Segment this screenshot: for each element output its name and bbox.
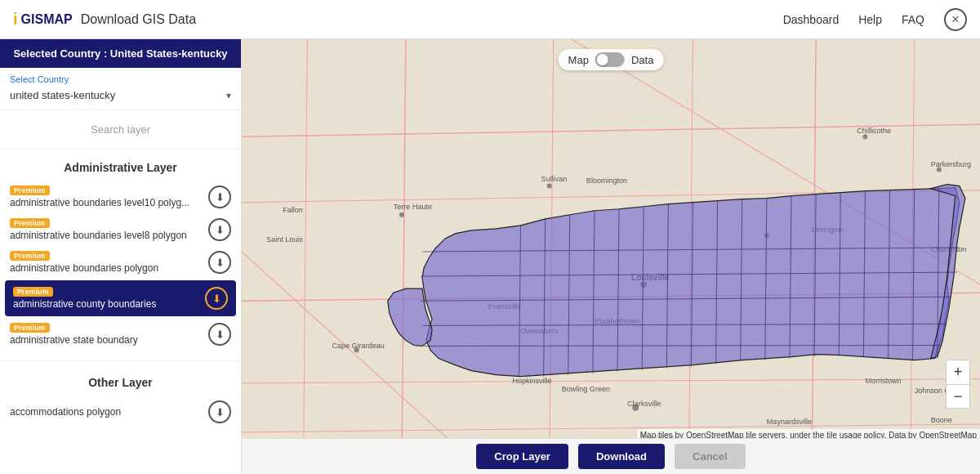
header-nav: Dashboard Help FAQ × — [783, 8, 967, 31]
layer-item[interactable]: accommodations polygon ⬇ — [0, 396, 241, 428]
administrative-layer-group: Administrative Layer Premium administrat… — [0, 150, 241, 357]
main-content: Selected Country : United States-kentuck… — [0, 39, 980, 474]
svg-text:Saint Louis: Saint Louis — [266, 235, 303, 244]
select-country-section: Select Country united states-kentucky ▾ — [0, 68, 241, 110]
svg-text:Elizabethtown: Elizabethtown — [595, 317, 640, 325]
svg-text:Terre Haute: Terre Haute — [394, 203, 432, 211]
svg-text:Charleston: Charleston — [931, 245, 967, 253]
logo-icon: i — [13, 10, 18, 29]
svg-text:Clarksville: Clarksville — [627, 400, 661, 408]
layer-item[interactable]: Premium administrative state boundary ⬇ — [0, 318, 241, 351]
layer-item-active[interactable]: Premium administrative county boundaries… — [5, 280, 236, 316]
layer-item-info: Premium administrative boundaries level8… — [10, 218, 208, 241]
zoom-in-button[interactable]: + — [946, 360, 970, 384]
svg-point-16 — [640, 281, 647, 288]
layer-name: administrative boundaries polygon — [10, 262, 208, 274]
layer-name: administrative county boundaries — [13, 298, 205, 310]
sidebar: Selected Country : United States-kentuck… — [0, 39, 242, 474]
map-background: Terre Haute Sullivan Bloomington Louisvi… — [242, 39, 980, 474]
layer-name: administrative boundaries level8 polygon — [10, 230, 208, 241]
download-icon[interactable]: ⬇ — [208, 251, 231, 274]
selected-country-banner: Selected Country : United States-kentuck… — [0, 39, 241, 68]
administrative-layer-title: Administrative Layer — [0, 156, 241, 181]
dashboard-link[interactable]: Dashboard — [783, 13, 840, 26]
layer-item[interactable]: Premium administrative boundaries level1… — [0, 181, 241, 213]
close-button[interactable]: × — [944, 8, 967, 31]
svg-text:Lexington: Lexington — [812, 226, 844, 234]
download-icon[interactable]: ⬇ — [208, 186, 231, 208]
chevron-down-icon: ▾ — [226, 90, 231, 101]
svg-text:Sullivan: Sullivan — [541, 175, 568, 183]
help-link[interactable]: Help — [858, 13, 882, 26]
layer-item-info: Premium administrative boundaries level1… — [10, 186, 208, 208]
premium-badge: Premium — [13, 287, 53, 297]
app-header: i GISMAP Download GIS Data Dashboard Hel… — [0, 0, 980, 39]
premium-badge: Premium — [10, 251, 50, 261]
svg-text:Parkersburg: Parkersburg — [931, 160, 971, 168]
svg-text:Cape Girardeau: Cape Girardeau — [332, 342, 384, 350]
svg-text:Morristown: Morristown — [865, 377, 901, 385]
svg-text:Maynardsville: Maynardsville — [767, 418, 812, 426]
svg-text:Chillicothe: Chillicothe — [857, 127, 891, 135]
svg-text:Louisville: Louisville — [631, 273, 670, 282]
download-icon[interactable]: ⬇ — [208, 323, 231, 346]
map-toggle-data-label: Data — [631, 54, 653, 66]
other-layer-group: Other Layer accommodations polygon ⬇ — [0, 364, 241, 435]
map-data-toggle[interactable]: Map Data — [559, 49, 664, 70]
premium-badge: Premium — [10, 323, 50, 333]
svg-rect-0 — [242, 39, 980, 474]
svg-text:Bowling Green: Bowling Green — [562, 385, 610, 393]
crop-layer-button[interactable]: Crop Layer — [476, 444, 568, 469]
country-value: united states-kentucky — [10, 89, 115, 101]
svg-point-14 — [399, 212, 404, 217]
layer-item-info: Premium administrative boundaries polygo… — [10, 251, 208, 274]
zoom-out-button[interactable]: − — [946, 384, 970, 409]
premium-badge: Premium — [10, 218, 50, 228]
svg-point-15 — [547, 184, 552, 189]
download-icon[interactable]: ⬇ — [205, 287, 228, 310]
svg-point-17 — [764, 233, 769, 238]
layer-item[interactable]: Premium administrative boundaries level8… — [0, 213, 241, 246]
download-button[interactable]: Download — [578, 444, 665, 469]
layer-item[interactable]: Premium administrative boundaries polygo… — [0, 246, 241, 279]
select-country-label: Select Country — [10, 74, 231, 84]
other-layer-title: Other Layer — [0, 371, 241, 396]
logo: i GISMAP — [13, 10, 73, 29]
layer-item-info: Premium administrative state boundary — [10, 323, 208, 346]
map-container[interactable]: Terre Haute Sullivan Bloomington Louisvi… — [242, 39, 980, 474]
svg-text:Fallon: Fallon — [283, 206, 303, 214]
svg-text:Boone: Boone — [931, 416, 952, 424]
svg-text:Hopkinsville: Hopkinsville — [512, 377, 551, 385]
country-dropdown[interactable]: united states-kentucky ▾ — [10, 87, 231, 103]
layer-name: administrative state boundary — [10, 334, 208, 346]
layer-name: accommodations polygon — [10, 406, 208, 418]
zoom-controls: + − — [946, 360, 970, 409]
header-left: i GISMAP Download GIS Data — [13, 10, 196, 29]
map-toggle-map-label: Map — [568, 54, 589, 66]
search-layer-label: Search layer — [10, 123, 231, 136]
layer-item-info: Premium administrative county boundaries — [13, 287, 205, 310]
download-icon[interactable]: ⬇ — [208, 218, 231, 241]
cancel-button: Cancel — [675, 444, 746, 469]
search-layer-section: Search layer — [0, 110, 241, 150]
svg-text:Evansville: Evansville — [488, 302, 521, 311]
bottom-action-bar: Crop Layer Download Cancel — [242, 438, 980, 474]
faq-link[interactable]: FAQ — [902, 13, 924, 26]
svg-text:Owensboro: Owensboro — [521, 327, 559, 335]
layer-name: administrative boundaries level10 polyg.… — [10, 197, 208, 208]
svg-text:Bloomington: Bloomington — [586, 177, 627, 185]
divider — [0, 360, 241, 361]
toggle-knob — [597, 54, 608, 65]
premium-badge: Premium — [10, 186, 50, 195]
logo-text: GISMAP — [21, 12, 73, 27]
download-icon[interactable]: ⬇ — [208, 400, 231, 423]
layer-item-info: accommodations polygon — [10, 406, 208, 418]
toggle-switch[interactable] — [595, 52, 625, 67]
page-title: Download GIS Data — [81, 12, 196, 27]
